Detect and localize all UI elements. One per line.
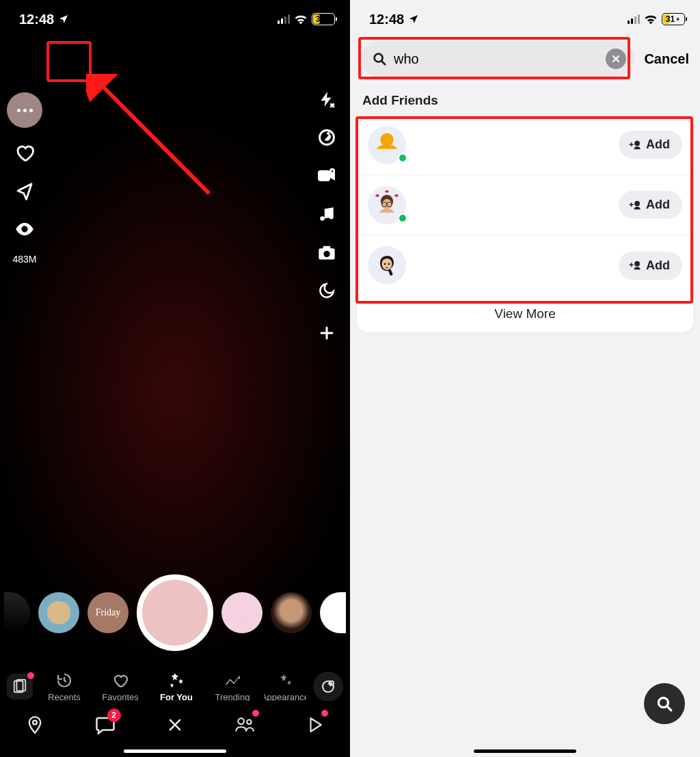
camera-right-controls: + — [313, 85, 340, 347]
svg-point-29 — [384, 263, 386, 265]
nav-camera[interactable] — [158, 711, 192, 739]
location-services-icon — [58, 14, 69, 25]
camera-left-controls: 483M — [7, 92, 42, 265]
friend-result-row[interactable]: Add — [357, 235, 693, 295]
tab-for-you[interactable]: For You — [152, 670, 201, 702]
dark-mode-icon[interactable] — [313, 277, 340, 304]
search-icon — [372, 51, 387, 66]
tab-trending[interactable]: Trending — [208, 670, 257, 702]
chat-badge: 2 — [107, 708, 121, 722]
add-icon[interactable] — [313, 319, 340, 347]
svg-line-32 — [667, 706, 671, 710]
search-field[interactable] — [361, 41, 634, 77]
online-indicator-icon — [398, 213, 407, 223]
wifi-icon — [294, 14, 308, 25]
cellular-signal-icon — [278, 14, 290, 24]
shutter-button[interactable] — [137, 574, 213, 651]
lens-explorer-button[interactable] — [7, 674, 33, 700]
lens-refresh-button[interactable] — [313, 672, 343, 702]
bottom-nav: 2 — [0, 701, 350, 757]
svg-point-30 — [388, 263, 390, 265]
cancel-button[interactable]: Cancel — [644, 51, 689, 67]
friend-result-row[interactable]: Add — [357, 175, 693, 235]
status-bar-left: 12:48 31 — [0, 0, 350, 34]
battery-indicator: 31 — [662, 13, 685, 25]
share-icon[interactable] — [11, 177, 38, 204]
svg-point-15 — [33, 721, 37, 725]
add-friend-button[interactable]: Add — [619, 131, 682, 159]
notification-dot-icon — [252, 710, 259, 717]
lens-tabs: Recents Favorites For You Trending Appea… — [0, 670, 350, 702]
tab-appearance[interactable]: Appearance — [264, 670, 306, 702]
avatar — [368, 126, 406, 164]
svg-point-19 — [247, 720, 252, 724]
cellular-signal-icon — [628, 14, 640, 24]
more-options-button[interactable] — [7, 92, 42, 128]
add-label: Add — [646, 198, 670, 212]
add-friends-card: Add Add — [357, 115, 693, 332]
search-input[interactable] — [394, 51, 599, 67]
add-friends-title: Add Friends — [350, 82, 700, 115]
notification-dot-icon — [27, 672, 34, 679]
avatar — [368, 246, 406, 284]
wifi-icon — [644, 14, 658, 25]
add-friend-button[interactable]: Add — [619, 191, 682, 219]
svg-point-18 — [239, 718, 245, 724]
lens-carousel[interactable]: Friday — [0, 574, 350, 651]
battery-indicator: 31 — [312, 13, 335, 25]
search-fab[interactable] — [644, 683, 685, 724]
add-label: Add — [646, 258, 670, 273]
lens-thumb[interactable]: Friday — [88, 592, 129, 633]
status-bar-right: 12:48 31 — [350, 0, 700, 34]
add-person-icon — [628, 259, 642, 271]
tab-favorites[interactable]: Favorites — [96, 670, 145, 702]
add-person-icon — [628, 139, 642, 151]
add-person-icon — [628, 199, 642, 211]
online-indicator-icon — [398, 153, 407, 163]
search-row: Cancel — [350, 34, 700, 82]
nav-stories[interactable] — [228, 711, 262, 739]
add-friend-button[interactable]: Add — [619, 252, 682, 280]
nav-chat[interactable]: 2 — [88, 711, 122, 739]
phone-search-screen: 12:48 31 Cancel Add Friends — [350, 0, 700, 757]
lens-thumb[interactable] — [221, 592, 262, 633]
svg-line-21 — [382, 62, 386, 65]
status-time: 12:48 — [19, 12, 54, 27]
home-indicator[interactable] — [474, 749, 576, 753]
tab-recents[interactable]: Recents — [40, 670, 89, 702]
video-icon[interactable]: + — [313, 162, 340, 189]
flash-icon[interactable] — [313, 85, 340, 113]
night-mode-icon[interactable] — [313, 124, 340, 151]
notification-dot-icon — [321, 710, 328, 717]
lens-thumb[interactable] — [4, 592, 30, 633]
status-time: 12:48 — [369, 12, 404, 27]
lens-thumb[interactable] — [320, 592, 346, 633]
add-label: Add — [646, 137, 670, 152]
location-services-icon — [408, 14, 419, 25]
music-icon[interactable] — [313, 200, 340, 228]
friend-result-row[interactable]: Add — [357, 115, 693, 175]
svg-text:+: + — [331, 169, 334, 174]
view-more-button[interactable]: View More — [357, 295, 693, 332]
home-indicator[interactable] — [124, 749, 226, 753]
nav-spotlight[interactable] — [298, 711, 332, 739]
clear-search-button[interactable] — [606, 49, 626, 69]
svg-rect-5 — [318, 170, 330, 181]
gallery-icon[interactable] — [313, 239, 340, 266]
lens-thumb[interactable] — [271, 592, 312, 633]
view-count-label: 483M — [12, 254, 36, 265]
phone-camera-screen: 12:48 31 — [0, 0, 350, 757]
nav-map[interactable] — [18, 711, 52, 739]
lens-thumb[interactable] — [38, 592, 79, 633]
like-icon[interactable] — [11, 139, 38, 166]
avatar — [368, 186, 406, 224]
views-icon[interactable] — [11, 215, 38, 243]
